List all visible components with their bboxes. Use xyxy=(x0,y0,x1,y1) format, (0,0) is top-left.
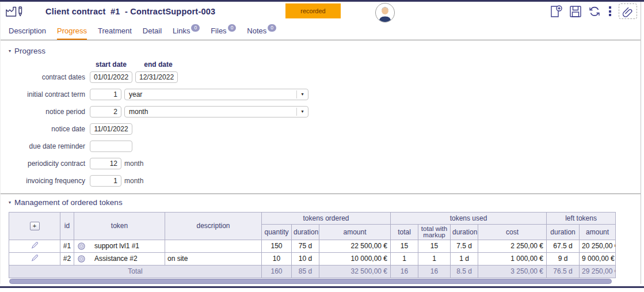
scrollbar-thumb[interactable] xyxy=(9,279,612,284)
amount-ordered-column-header: amount xyxy=(319,224,391,240)
total-used-duration: 8.5 d xyxy=(451,265,478,278)
periodicity-unit-label: month xyxy=(124,160,143,168)
due-date-reminder-label: due date reminder xyxy=(9,142,85,150)
id-column-header: id xyxy=(60,212,74,240)
description-column-header: description xyxy=(165,212,262,240)
cell-token: support lvl1 #1 xyxy=(74,240,165,252)
pencil-icon xyxy=(31,253,39,262)
total-column-header: total xyxy=(391,224,418,240)
collapse-icon: ▾ xyxy=(9,48,11,54)
client-contract-window: Client contract #1 - ContractSupport-003… xyxy=(0,0,644,292)
invoicing-frequency-row: invoicing frequency month xyxy=(9,175,632,187)
cell-used-cost: 2 250,00 € xyxy=(478,240,547,252)
left-tokens-group-header: left tokens xyxy=(547,212,616,224)
refresh-icon[interactable] xyxy=(588,5,601,18)
tab-links[interactable]: Links0 xyxy=(173,26,200,40)
person-icon xyxy=(376,3,394,22)
token-row: #2 Assistance #2 on site 10 10 d 1 xyxy=(9,252,616,265)
horizontal-scrollbar[interactable] xyxy=(9,279,615,284)
collapse-icon: ▾ xyxy=(9,200,11,205)
cell-used-duration: 7.5 d xyxy=(451,240,478,252)
total-with-markup-column-header: total with markup xyxy=(418,224,451,240)
cost-column-header: cost xyxy=(478,224,547,240)
due-date-reminder-input[interactable] xyxy=(90,141,132,152)
save-icon[interactable] xyxy=(569,5,582,18)
start-date-column-header: start date xyxy=(90,60,132,69)
attachment-dropzone[interactable] xyxy=(619,3,637,19)
user-avatar[interactable] xyxy=(375,3,395,22)
invoicing-frequency-input[interactable] xyxy=(90,175,121,187)
token-row: #1 support lvl1 #1 150 75 d 22 50 xyxy=(9,240,616,252)
end-date-column-header: end date xyxy=(135,60,181,69)
token-column-header: token xyxy=(74,212,165,240)
progress-section-title: Progress xyxy=(14,47,45,55)
quantity-column-header: quantity xyxy=(262,224,292,240)
notice-period-unit-select[interactable]: month ▾ xyxy=(124,106,308,117)
edit-token-button[interactable] xyxy=(31,241,39,249)
notice-date-input[interactable] xyxy=(90,123,132,135)
cell-duration-ordered: 75 d xyxy=(292,240,319,252)
cell-used-total: 15 xyxy=(391,240,418,252)
cell-left-amount: 9 000,00 € xyxy=(580,252,616,265)
tab-description[interactable]: Description xyxy=(9,26,46,40)
chevron-down-icon[interactable]: ▾ xyxy=(296,108,308,116)
cell-used-cost: 1 000,00 € xyxy=(478,252,547,265)
tab-progress[interactable]: Progress xyxy=(57,26,87,40)
tokens-section-header[interactable]: ▾ Management of ordered tokens xyxy=(9,198,632,207)
window-bottom-border xyxy=(0,286,644,288)
new-record-icon[interactable] xyxy=(550,5,563,18)
status-badge: recorded xyxy=(285,3,341,18)
page-title: Client contract #1 - ContractSupport-003 xyxy=(45,7,215,16)
edit-token-button[interactable] xyxy=(31,253,39,262)
duration-ordered-column-header: duration xyxy=(292,224,319,240)
cell-edit xyxy=(9,240,60,252)
total-left-duration: 76.5 d xyxy=(547,265,580,278)
initial-contract-term-input[interactable] xyxy=(90,89,121,100)
total-used-cost: 3 250,00 € xyxy=(478,265,547,278)
chevron-down-icon[interactable]: ▾ xyxy=(296,90,308,98)
tab-detail[interactable]: Detail xyxy=(143,26,162,40)
cell-left-duration: 9 d xyxy=(547,252,580,265)
contract-start-date-input[interactable] xyxy=(90,71,132,83)
contract-dates-label: contract dates xyxy=(9,73,85,81)
tab-treatment[interactable]: Treatment xyxy=(98,26,132,40)
tokens-used-group-header: tokens used xyxy=(391,212,547,224)
tokens-ordered-group-header: tokens ordered xyxy=(262,212,391,224)
more-menu-icon[interactable] xyxy=(607,6,613,16)
selected-unit: year xyxy=(125,90,296,98)
pencil-icon xyxy=(31,241,39,249)
add-token-button[interactable]: + xyxy=(30,222,40,230)
add-column-header: + xyxy=(9,212,60,240)
cell-used-total-markup: 15 xyxy=(418,240,451,252)
cell-quantity: 150 xyxy=(262,240,292,252)
total-quantity: 160 xyxy=(262,265,292,278)
links-count-badge: 0 xyxy=(191,24,200,32)
cell-left-duration: 67.5 d xyxy=(547,240,580,252)
periodicity-contract-input[interactable] xyxy=(90,158,121,169)
initial-contract-term-unit-select[interactable]: year ▾ xyxy=(124,89,308,100)
total-row: Total 160 85 d 32 500,00 € 16 16 8.5 d 3… xyxy=(9,265,616,278)
token-coin-icon xyxy=(78,255,85,263)
notice-date-label: notice date xyxy=(9,125,85,133)
progress-section-header[interactable]: ▾ Progress xyxy=(9,47,632,55)
contract-end-date-input[interactable] xyxy=(135,71,178,83)
cell-used-duration: 1 d xyxy=(451,252,478,265)
tokens-table: + id token description tokens ordered to… xyxy=(9,212,616,278)
due-date-reminder-row: due date reminder xyxy=(9,141,632,152)
cell-amount-ordered: 10 000,00 € xyxy=(319,252,391,265)
tokens-section: ▾ Management of ordered tokens + id toke… xyxy=(1,194,641,284)
tab-notes[interactable]: Notes0 xyxy=(247,26,276,40)
duration-used-column-header: duration xyxy=(451,224,478,240)
tab-files[interactable]: Files0 xyxy=(211,26,236,40)
amount-left-column-header: amount xyxy=(580,224,616,240)
contract-dates-row: contract dates xyxy=(9,71,632,83)
cell-amount-ordered: 22 500,00 € xyxy=(319,240,391,252)
progress-form: start date end date contract dates initi… xyxy=(9,60,632,187)
total-left-amount: 29 250,00 € xyxy=(580,265,616,278)
tokens-section-title: Management of ordered tokens xyxy=(14,198,123,207)
cell-id: #2 xyxy=(60,252,74,265)
initial-contract-term-label: initial contract term xyxy=(9,90,85,98)
periodicity-contract-row: periodicity contract month xyxy=(9,158,632,169)
notice-period-input[interactable] xyxy=(90,106,121,117)
progress-section: ▾ Progress start date end date contract … xyxy=(1,40,641,187)
